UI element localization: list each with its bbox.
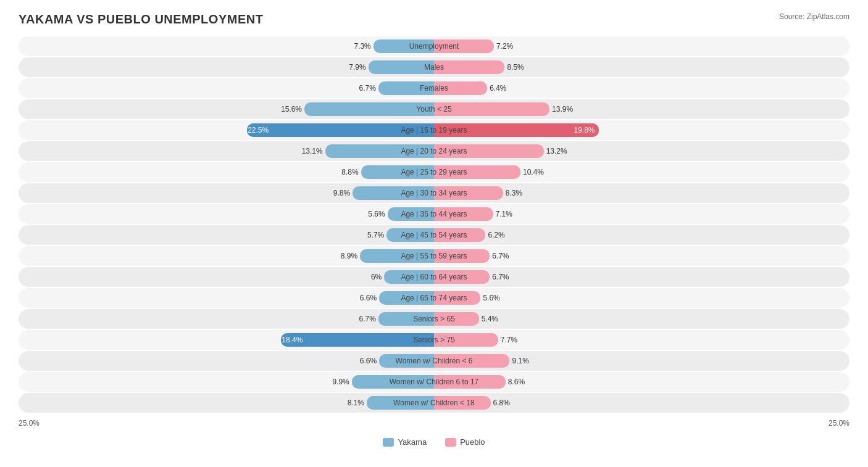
right-section: 13.2% bbox=[434, 141, 849, 161]
left-bar bbox=[373, 39, 434, 53]
right-section: 8.3% bbox=[434, 183, 849, 203]
bar-row-inner: 8.9%6.7%Age | 55 to 59 years bbox=[19, 246, 849, 266]
right-section: 7.2% bbox=[434, 36, 849, 56]
right-value: 6.8% bbox=[493, 399, 510, 407]
right-bar bbox=[434, 186, 503, 200]
right-section: 9.1% bbox=[434, 351, 849, 371]
bar-row-inner: 22.5%19.8%Age | 16 to 19 years bbox=[19, 120, 849, 140]
right-value: 19.8% bbox=[574, 126, 595, 134]
right-bar bbox=[434, 249, 490, 263]
bar-row-inner: 13.1%13.2%Age | 20 to 24 years bbox=[19, 141, 849, 161]
left-bar bbox=[361, 165, 434, 179]
left-value: 6.7% bbox=[359, 315, 375, 323]
bar-row-inner: 6.7%5.4%Seniors > 65 bbox=[19, 309, 849, 329]
chart-source: Source: ZipAtlas.com bbox=[779, 12, 849, 21]
right-section: 19.8% bbox=[434, 120, 849, 140]
bar-row-inner: 9.8%8.3%Age | 30 to 34 years bbox=[19, 183, 849, 203]
left-section: 15.6% bbox=[19, 99, 434, 119]
right-bar bbox=[434, 270, 490, 284]
right-bar bbox=[434, 375, 506, 389]
bar-row: 22.5%19.8%Age | 16 to 19 years bbox=[19, 120, 849, 140]
axis-right: 25.0% bbox=[828, 419, 849, 428]
left-value: 7.3% bbox=[354, 42, 370, 51]
left-bar bbox=[352, 375, 434, 389]
left-bar bbox=[379, 291, 434, 305]
bar-row-inner: 8.1%6.8%Women w/ Children < 18 bbox=[19, 393, 849, 413]
left-value: 18.4% bbox=[282, 336, 303, 344]
right-bar bbox=[434, 291, 480, 305]
left-section: 6.7% bbox=[19, 78, 434, 98]
bar-row-inner: 6.6%5.6%Age | 65 to 74 years bbox=[19, 288, 849, 308]
right-value: 13.2% bbox=[546, 147, 567, 155]
right-value: 8.3% bbox=[506, 189, 522, 197]
bar-row: 8.1%6.8%Women w/ Children < 18 bbox=[19, 393, 849, 413]
bar-row-inner: 7.9%8.5%Males bbox=[19, 57, 849, 77]
bar-row: 9.8%8.3%Age | 30 to 34 years bbox=[19, 183, 849, 203]
left-section: 5.7% bbox=[19, 225, 434, 245]
right-value: 7.1% bbox=[496, 210, 512, 218]
left-bar bbox=[353, 186, 434, 200]
bar-row: 6%6.7%Age | 60 to 64 years bbox=[19, 267, 849, 287]
left-bar bbox=[360, 249, 434, 263]
left-value: 9.8% bbox=[333, 189, 350, 197]
bar-row-inner: 5.6%7.1%Age | 35 to 44 years bbox=[19, 204, 849, 224]
right-value: 8.5% bbox=[507, 63, 524, 72]
pueblo-label: Pueblo bbox=[460, 437, 485, 447]
left-bar bbox=[386, 228, 434, 242]
right-value: 6.4% bbox=[490, 84, 506, 93]
bar-row: 6.6%9.1%Women w/ Children < 6 bbox=[19, 351, 849, 371]
left-section: 6.6% bbox=[19, 288, 434, 308]
right-bar bbox=[434, 165, 520, 179]
left-value: 9.9% bbox=[332, 378, 349, 386]
bar-row: 15.6%13.9%Youth < 25 bbox=[19, 99, 849, 119]
bar-row: 8.9%6.7%Age | 55 to 59 years bbox=[19, 246, 849, 266]
chart-container: YAKAMA VS PUEBLO UNEMPLOYMENT Source: Zi… bbox=[0, 0, 868, 465]
bar-row: 8.8%10.4%Age | 25 to 29 years bbox=[19, 162, 849, 182]
right-bar bbox=[434, 39, 494, 53]
left-bar bbox=[281, 333, 434, 347]
right-value: 10.4% bbox=[523, 168, 544, 176]
right-section: 10.4% bbox=[434, 162, 849, 182]
bar-row: 5.6%7.1%Age | 35 to 44 years bbox=[19, 204, 849, 224]
left-value: 13.1% bbox=[302, 147, 323, 155]
left-value: 7.9% bbox=[349, 63, 365, 72]
bar-row-inner: 18.4%7.7%Seniors > 75 bbox=[19, 330, 849, 350]
right-bar bbox=[434, 396, 491, 410]
left-bar bbox=[384, 270, 434, 284]
left-section: 18.4% bbox=[19, 330, 434, 350]
bar-row: 18.4%7.7%Seniors > 75 bbox=[19, 330, 849, 350]
left-bar bbox=[388, 207, 434, 221]
bar-row-inner: 5.7%6.2%Age | 45 to 54 years bbox=[19, 225, 849, 245]
legend-yakama: Yakama bbox=[383, 437, 427, 447]
chart-header: YAKAMA VS PUEBLO UNEMPLOYMENT Source: Zi… bbox=[19, 12, 849, 27]
left-value: 5.7% bbox=[367, 231, 384, 239]
yakama-label: Yakama bbox=[398, 437, 427, 447]
right-bar bbox=[434, 60, 504, 74]
left-bar bbox=[378, 312, 434, 326]
legend-pueblo: Pueblo bbox=[445, 437, 485, 447]
bar-row: 7.9%8.5%Males bbox=[19, 57, 849, 77]
right-bar bbox=[434, 228, 485, 242]
right-section: 6.4% bbox=[434, 78, 849, 98]
left-value: 6% bbox=[371, 273, 382, 281]
legend: Yakama Pueblo bbox=[19, 437, 849, 447]
left-section: 22.5% bbox=[19, 120, 434, 140]
bar-row-inner: 6%6.7%Age | 60 to 64 years bbox=[19, 267, 849, 287]
left-value: 6.6% bbox=[360, 357, 377, 365]
left-bar bbox=[379, 354, 434, 368]
right-section: 6.8% bbox=[434, 393, 849, 413]
left-value: 8.8% bbox=[341, 168, 358, 176]
right-section: 8.6% bbox=[434, 372, 849, 392]
right-section: 6.7% bbox=[434, 246, 849, 266]
left-bar bbox=[367, 396, 434, 410]
left-value: 22.5% bbox=[248, 126, 269, 134]
yakama-color-swatch bbox=[383, 438, 394, 447]
left-section: 8.1% bbox=[19, 393, 434, 413]
left-value: 6.6% bbox=[360, 294, 377, 302]
axis-left: 25.0% bbox=[19, 419, 40, 428]
rows-container: 7.3%7.2%Unemployment7.9%8.5%Males6.7%6.4… bbox=[19, 36, 849, 413]
right-section: 7.7% bbox=[434, 330, 849, 350]
left-bar bbox=[247, 123, 434, 137]
right-section: 5.4% bbox=[434, 309, 849, 329]
bar-row-inner: 7.3%7.2%Unemployment bbox=[19, 36, 849, 56]
